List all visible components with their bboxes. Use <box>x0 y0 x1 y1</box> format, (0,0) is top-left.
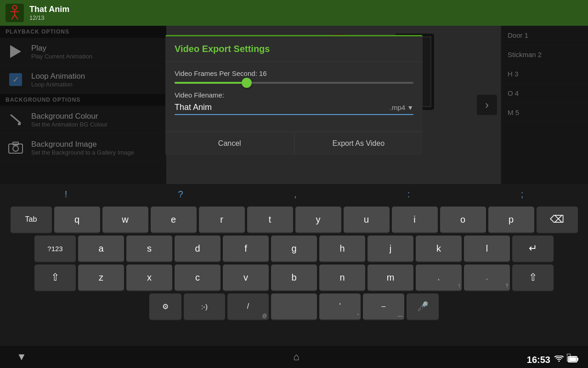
key-r[interactable]: r <box>199 207 245 233</box>
modal-buttons: Cancel Export As Video <box>165 132 423 155</box>
keyboard-row-4: ⚙ :-) /@ '" –— 🎤 <box>4 293 584 320</box>
key-c[interactable]: c <box>175 264 220 291</box>
app-icon <box>6 4 24 22</box>
key-b[interactable]: b <box>271 264 317 291</box>
fps-slider-container <box>175 82 413 84</box>
time-display: 16:53 <box>527 355 550 365</box>
battery-icon <box>568 355 579 365</box>
fps-slider-fill <box>175 82 246 84</box>
settings-key[interactable]: ⚙ <box>149 293 181 320</box>
key-m[interactable]: m <box>368 264 413 291</box>
emoji-key[interactable]: :-) <box>184 293 225 320</box>
app-title-group: That Anim 12/13 <box>29 5 69 21</box>
home-button[interactable]: ⌂ <box>286 351 306 363</box>
fps-slider-track <box>175 82 413 84</box>
shift-right-key[interactable]: ⇧ <box>512 264 554 291</box>
main-area: PLAYBACK OPTIONS Play Play Current Anima… <box>0 26 588 184</box>
svg-rect-16 <box>569 357 577 362</box>
key-period[interactable]: .? <box>464 264 510 291</box>
nums-key[interactable]: ?123 <box>34 236 76 262</box>
filename-input[interactable] <box>175 103 388 112</box>
special-key-question[interactable]: ? <box>169 187 192 201</box>
key-o[interactable]: o <box>440 207 486 233</box>
key-d[interactable]: d <box>175 236 220 262</box>
filename-ext: .mp4 <box>390 104 405 111</box>
key-f[interactable]: f <box>223 236 269 262</box>
fps-label: Video Frames Per Second: 16 <box>175 69 413 77</box>
key-s[interactable]: s <box>126 236 172 262</box>
video-export-modal: Video Export Settings Video Frames Per S… <box>165 35 423 155</box>
wifi-icon <box>554 355 564 365</box>
export-button[interactable]: Export As Video <box>294 132 423 155</box>
key-k[interactable]: k <box>416 236 462 262</box>
tab-key[interactable]: Tab <box>11 207 52 233</box>
cancel-button[interactable]: Cancel <box>165 132 294 155</box>
keyboard-row-3: ⇧ z x c v b n m ,! .? ⇧ <box>4 264 584 291</box>
backspace-key[interactable]: ⌫ <box>537 207 578 233</box>
special-key-exclaim[interactable]: ! <box>56 187 77 201</box>
keyboard-rows: Tab q w e r t y u i o p ⌫ ?123 a s d f g… <box>0 204 588 320</box>
svg-line-3 <box>11 15 15 20</box>
key-w[interactable]: w <box>102 207 148 233</box>
key-e[interactable]: e <box>151 207 197 233</box>
key-l[interactable]: l <box>464 236 510 262</box>
filename-row: .mp4 ▼ <box>175 103 413 115</box>
key-p[interactable]: p <box>488 207 534 233</box>
modal-overlay: Video Export Settings Video Frames Per S… <box>0 26 588 184</box>
shift-left-key[interactable]: ⇧ <box>34 264 76 291</box>
special-key-colon[interactable]: : <box>398 187 419 201</box>
bottom-nav: ▼ ⌂ ▯ 16:53 <box>0 346 588 368</box>
key-x[interactable]: x <box>126 264 172 291</box>
svg-rect-15 <box>577 358 578 361</box>
status-bar: 16:53 <box>527 355 579 365</box>
modal-body: Video Frames Per Second: 16 Video Filena… <box>165 62 423 132</box>
quote-key[interactable]: '" <box>319 293 361 320</box>
key-t[interactable]: t <box>247 207 293 233</box>
mic-key[interactable]: 🎤 <box>407 293 439 320</box>
app-subtitle: 12/13 <box>29 14 69 21</box>
svg-point-0 <box>13 6 17 10</box>
back-button[interactable]: ▼ <box>9 351 34 363</box>
slash-key[interactable]: /@ <box>227 293 269 320</box>
modal-title: Video Export Settings <box>165 36 423 62</box>
stickman-icon <box>6 5 23 21</box>
filename-dropdown-arrow: ▼ <box>407 104 413 111</box>
enter-key[interactable]: ↵ <box>512 236 554 262</box>
key-v[interactable]: v <box>223 264 269 291</box>
key-comma2[interactable]: ,! <box>416 264 462 291</box>
key-g[interactable]: g <box>271 236 317 262</box>
top-bar: That Anim 12/13 <box>0 0 588 26</box>
svg-line-4 <box>15 15 18 20</box>
keyboard-special-row: ! ? , : ; <box>0 184 588 204</box>
key-z[interactable]: z <box>78 264 124 291</box>
dash-key[interactable]: –— <box>363 293 404 320</box>
key-q[interactable]: q <box>54 207 100 233</box>
special-key-semicolon[interactable]: ; <box>512 187 533 201</box>
keyboard-row-2: ?123 a s d f g h j k l ↵ <box>4 236 584 262</box>
key-i[interactable]: i <box>392 207 438 233</box>
key-y[interactable]: y <box>295 207 341 233</box>
keyboard-area: ! ? , : ; Tab q w e r t y u i o p ⌫ ?123… <box>0 184 588 368</box>
space-key[interactable] <box>271 293 317 320</box>
special-key-comma[interactable]: , <box>285 187 306 201</box>
app-title: That Anim <box>29 5 69 14</box>
filename-label: Video Filename: <box>175 91 413 99</box>
key-u[interactable]: u <box>344 207 390 233</box>
key-h[interactable]: h <box>319 236 365 262</box>
fps-slider-thumb[interactable] <box>242 78 252 88</box>
key-n[interactable]: n <box>319 264 365 291</box>
key-a[interactable]: a <box>78 236 124 262</box>
keyboard-row-1: Tab q w e r t y u i o p ⌫ <box>4 207 584 233</box>
key-j[interactable]: j <box>368 236 413 262</box>
